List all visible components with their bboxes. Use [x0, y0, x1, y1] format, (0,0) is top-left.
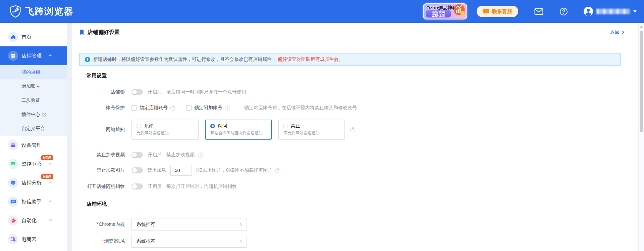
user-account-menu[interactable]: [583, 6, 637, 16]
ozon-promo-banner[interactable]: Ozon选品神器 选品·查词 监控·上货: [423, 3, 467, 19]
shop-lock-label: 店铺锁: [79, 89, 125, 95]
sidebar-item-store-analysis[interactable]: 店铺分析 NEW: [0, 173, 67, 192]
chrome-core-label: *Chrome内核: [79, 221, 125, 227]
svg-text:SMS: SMS: [11, 201, 15, 202]
avatar: [583, 6, 593, 16]
storefront-icon: [8, 51, 18, 61]
sidebar-item-store-management[interactable]: 店铺管理: [0, 46, 67, 65]
scroll-up-arrow-icon[interactable]: [640, 26, 643, 28]
radio-selected-icon[interactable]: [210, 124, 215, 128]
store-management-submenu: 我的店铺 附加账号 二步验证 插件中心 自定义平台: [0, 65, 67, 136]
new-badge: NEW: [41, 174, 53, 179]
username-blurred: [596, 9, 630, 14]
lock-extra-account-checkbox[interactable]: [186, 105, 192, 111]
browser-ua-select[interactable]: 系统推荐: [131, 235, 247, 248]
sidebar-subitem-plugin-center[interactable]: 插件中心: [0, 108, 67, 122]
chevron-down-icon: [48, 199, 52, 205]
chevron-right-icon: [621, 30, 625, 35]
home-icon: [8, 32, 18, 42]
app-title: 飞跨浏览器: [25, 5, 73, 17]
help-icon[interactable]: ?: [170, 106, 175, 111]
promo-tagline: 选品·查词 监控·上货: [426, 10, 451, 17]
help-icon[interactable]: ?: [350, 127, 355, 132]
chrome-core-select[interactable]: 系统推荐: [131, 218, 247, 231]
random-fingerprint-hint: 开启后，每次打开店铺时，均随机店铺指纹: [148, 183, 237, 190]
no-image-row: 禁止加载图片 禁止加载 KB以上图片，0KB即不加载任何图片 ?: [79, 165, 280, 176]
back-button[interactable]: 返回: [610, 29, 625, 35]
sms-bubble-icon: SMS: [8, 197, 18, 207]
image-size-input[interactable]: [170, 165, 192, 176]
chevron-right-icon: [239, 239, 243, 243]
robot-icon: [8, 215, 18, 225]
browser-ua-label: *浏览器UA: [79, 238, 125, 244]
shop-lock-hint: 开启后，该店铺同一时间将只允许一个账号使用: [148, 89, 246, 95]
lock-extra-account-label: 锁定附加账号: [194, 105, 222, 111]
random-fingerprint-toggle[interactable]: [131, 183, 143, 190]
radio-icon[interactable]: [283, 124, 288, 128]
section-title-environment: 店铺环境: [87, 201, 107, 207]
no-video-label: 禁止加载视频: [79, 152, 125, 158]
sidebar-subitem-two-step-verification[interactable]: 二步验证: [0, 93, 67, 108]
chrome-core-row: *Chrome内核 系统推荐: [79, 218, 247, 231]
site-notify-label: 网站通知: [79, 127, 125, 133]
sidebar-item-monitoring-center[interactable]: 监控中心 NEW: [0, 155, 67, 173]
monitor-chart-icon: [8, 159, 18, 169]
sidebar-item-ecommerce-cloud[interactable]: 电商云: [0, 230, 67, 249]
chart-coin-icon: [452, 3, 466, 18]
device-list-icon: [8, 140, 18, 150]
shop-lock-row: 店铺锁 开启后，该店铺同一时间将只允许一个账号使用: [79, 89, 246, 95]
sidebar-item-automation[interactable]: 自动化: [0, 211, 67, 230]
sidebar-subitem-custom-platform[interactable]: 自定义平台: [0, 122, 67, 136]
random-fingerprint-label: 打开店铺随机指纹: [79, 183, 125, 190]
no-image-suffix: KB以上图片，0KB即不加载任何图片: [196, 167, 272, 173]
section-title-common: 常用设置: [87, 73, 107, 79]
no-video-toggle[interactable]: [131, 152, 143, 158]
new-badge: NEW: [41, 155, 53, 160]
lock-store-account-checkbox[interactable]: [131, 105, 137, 111]
chevron-right-icon: [239, 222, 243, 226]
site-notify-row: 网站通知 允许 允许网站发送通知 询问 网站会询问能否向您发送通知 禁止: [79, 120, 355, 140]
globe-cloud-icon: [8, 234, 18, 244]
main-content: 店铺偏好设置 返回 新建店铺时，将以偏好设置参数作为默认属性，可进行修改，且不会…: [72, 23, 638, 251]
random-fingerprint-row: 打开店铺随机指纹 开启后，每次打开店铺时，均随机店铺指纹: [79, 183, 237, 190]
no-image-prefix: 禁止加载: [147, 167, 166, 173]
bookmark-icon: [79, 29, 84, 36]
page-title: 店铺偏好设置: [79, 29, 120, 36]
browser-ua-row: *浏览器UA 系统推荐: [79, 235, 247, 248]
sidebar-item-sms-assistant[interactable]: SMS 短信助手: [0, 192, 67, 211]
account-protect-row: 账号保护 锁定店铺账号 ? 锁定附加账号 ? 锁定对应账号后，在店铺环境内将禁止…: [79, 105, 357, 111]
mail-icon[interactable]: [534, 8, 543, 15]
notify-option-allow[interactable]: 允许 允许网站发送通知: [131, 120, 199, 140]
notify-option-ask[interactable]: 询问 网站会询问能否向您发送通知: [205, 120, 272, 140]
sidebar-item-device-management[interactable]: 设备管理: [0, 136, 67, 155]
radio-icon[interactable]: [137, 124, 141, 128]
no-image-label: 禁止加载图片: [79, 167, 125, 173]
caret-down-icon: [633, 10, 637, 12]
no-video-hint: 开启后，禁止加载视频: [148, 152, 195, 158]
info-banner-highlight: 偏好设置对团队所有成员生效。: [278, 56, 343, 62]
contact-support-label: 联系客服: [492, 8, 512, 15]
help-icon[interactable]: ?: [225, 106, 230, 111]
notify-option-deny[interactable]: 禁止 不允许网站发送通知: [278, 120, 345, 140]
sidebar-subitem-extra-accounts[interactable]: 附加账号: [0, 79, 67, 93]
chevron-down-icon: [48, 180, 52, 186]
vertical-scrollbar[interactable]: [638, 23, 644, 251]
help-icon[interactable]: ?: [198, 153, 203, 158]
no-image-toggle[interactable]: [131, 167, 143, 173]
help-icon[interactable]: [559, 7, 568, 16]
contact-support-button[interactable]: 联系客服: [477, 6, 518, 17]
account-protect-hint: 锁定对应账号后，在店铺环境内将禁止输入和修改账号: [244, 105, 357, 111]
sidebar-subitem-my-stores[interactable]: 我的店铺: [0, 65, 67, 79]
chevron-down-icon: [48, 161, 52, 167]
scrollbar-thumb[interactable]: [640, 31, 643, 132]
chevron-up-icon: [48, 53, 52, 59]
chat-icon: [483, 8, 489, 15]
top-navigation-bar: 飞跨浏览器 Ozon选品神器 选品·查词 监控·上货: [0, 0, 644, 23]
chevron-down-icon: [48, 217, 52, 223]
shop-lock-toggle[interactable]: [131, 89, 143, 95]
analytics-monitor-icon: [8, 178, 18, 188]
help-icon[interactable]: ?: [275, 168, 280, 173]
sidebar-item-home[interactable]: 首页: [0, 28, 67, 46]
info-icon: [85, 57, 90, 62]
sidebar-navigation: 首页 店铺管理 我的店铺 附加账号 二步验证 插件中心: [0, 23, 67, 251]
